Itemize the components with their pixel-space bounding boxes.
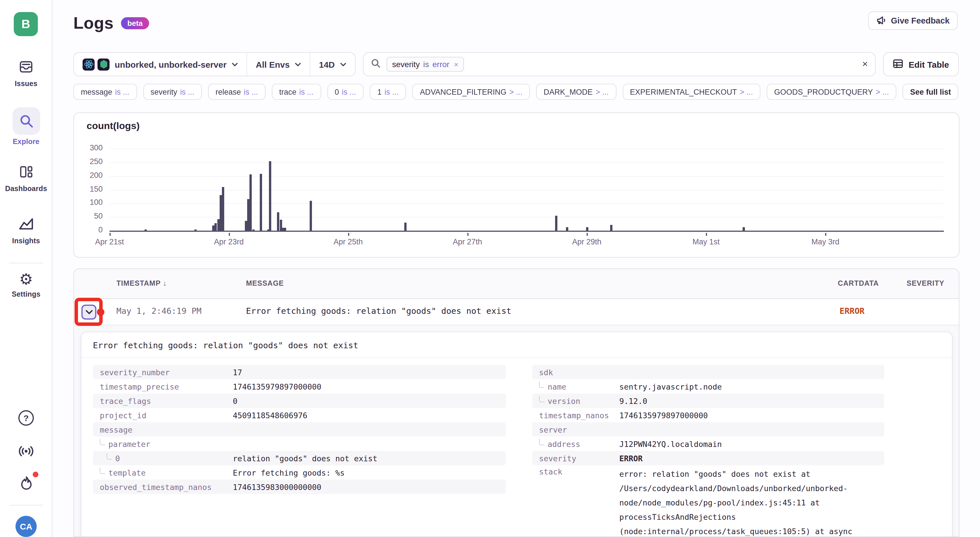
org-logo-letter: B <box>22 17 30 31</box>
detail-key-label: observed_timestamp_nanos <box>100 482 212 491</box>
detail-key: 0 <box>100 454 233 463</box>
tree-connector-icon <box>107 453 112 459</box>
filter-chip[interactable]: severityis ... <box>143 84 202 100</box>
date-range-selector[interactable]: 14D <box>310 53 355 76</box>
chart-y-tick-label: 100 <box>74 198 103 207</box>
detail-row: server <box>532 422 884 437</box>
detail-row: observed_timestamp_nanos1746135983000000… <box>93 480 506 494</box>
detail-key-label: template <box>108 468 146 477</box>
chart-x-tick <box>826 233 827 236</box>
column-header-severity[interactable]: SEVERITY <box>907 279 945 287</box>
filter-chip[interactable]: ADVANCED_FILTERING> ... <box>412 84 530 100</box>
user-avatar[interactable]: CA <box>16 516 37 537</box>
sidebar: B Issues Explore Dashboards <box>0 0 52 537</box>
sidebar-item-dashboards[interactable]: Dashboards <box>0 164 52 193</box>
sidebar-item-explore[interactable]: Explore <box>0 107 52 146</box>
filter-chip[interactable]: 0is ... <box>327 84 364 100</box>
org-logo[interactable]: B <box>14 12 38 36</box>
expand-row-button[interactable] <box>81 304 96 320</box>
detail-row: version9.12.0 <box>532 394 884 408</box>
help-icon: ? <box>18 410 34 426</box>
detail-key-label: address <box>547 439 580 448</box>
filter-chip[interactable]: 1is ... <box>370 84 406 100</box>
logs-table: TIMESTAMP ↓ MESSAGE CARTDATA SEVERITY Ma… <box>73 269 959 537</box>
detail-value: error: relation "goods" does not exist a… <box>619 465 853 537</box>
filter-chip-operator: is ... <box>180 88 194 96</box>
chart-x-tick <box>587 233 588 236</box>
sort-desc-icon: ↓ <box>163 279 167 287</box>
detail-value: 0 <box>233 396 237 405</box>
token-value: error <box>433 60 449 69</box>
give-feedback-button[interactable]: Give Feedback <box>868 11 958 30</box>
tree-connector-icon <box>539 396 544 402</box>
sidebar-whats-new-button[interactable] <box>0 475 52 494</box>
detail-fields-left: severity_number17timestamp_precise174613… <box>93 365 506 494</box>
detail-key-label: sdk <box>539 368 553 377</box>
search-input[interactable]: severity is error × × <box>363 52 876 76</box>
chart-bar <box>247 199 250 231</box>
column-header-timestamp[interactable]: TIMESTAMP ↓ <box>116 279 167 287</box>
detail-key-label: project_id <box>100 411 146 420</box>
detail-key: template <box>100 468 233 477</box>
project-selector[interactable]: unborked, unborked-server <box>74 53 247 76</box>
detail-value: sentry.javascript.node <box>619 382 722 391</box>
edit-table-button[interactable]: Edit Table <box>883 52 959 76</box>
chart-bar <box>586 227 589 231</box>
column-header-message[interactable]: MESSAGE <box>246 279 284 287</box>
chart-y-tick-label: 300 <box>74 143 103 152</box>
detail-value: 1746135979897000000 <box>233 382 321 391</box>
chart-x-tick-label: May 1st <box>692 237 720 246</box>
detail-row: templateError fetching goods: %s <box>93 465 506 480</box>
filter-chip-operator: > ... <box>740 88 753 96</box>
filter-chip[interactable]: messageis ... <box>73 84 137 100</box>
chart-bar <box>212 226 215 231</box>
chevron-down-icon <box>340 62 346 66</box>
filter-chip[interactable]: releaseis ... <box>208 84 266 100</box>
sidebar-divider <box>9 263 43 263</box>
sidebar-item-settings[interactable]: ⚙ Settings <box>0 271 52 298</box>
detail-key-label: timestamp_nanos <box>539 411 609 420</box>
project-selector-value: unborked, unborked-server <box>115 59 226 69</box>
tree-connector-icon <box>100 439 105 445</box>
search-clear-icon[interactable]: × <box>862 59 868 70</box>
detail-key: trace_flags <box>100 396 233 405</box>
filter-chip-name: severity <box>151 88 177 96</box>
detail-key: timestamp_nanos <box>539 411 619 420</box>
chart-bar <box>404 222 406 231</box>
chart-x-tick-label: Apr 25th <box>334 237 363 246</box>
chart-bar <box>222 187 224 231</box>
detail-value: 1746135983000000000 <box>233 482 321 491</box>
detail-row: namesentry.javascript.node <box>532 379 884 394</box>
see-full-list-button[interactable]: See full list <box>903 84 958 100</box>
log-row[interactable]: May 1, 2:46:19 PM Error fetching goods: … <box>74 299 959 325</box>
detail-value: 17 <box>233 368 242 377</box>
filter-chip[interactable]: traceis ... <box>272 84 321 100</box>
filter-chip-name: message <box>81 88 112 96</box>
sidebar-help-button[interactable]: ? <box>0 410 52 426</box>
sidebar-broadcast-button[interactable] <box>0 443 52 461</box>
filter-chip[interactable]: DARK_MODE> ... <box>536 84 616 100</box>
detail-key-label: parameter <box>108 439 150 448</box>
filter-chip-name: DARK_MODE <box>544 88 593 96</box>
detail-row: timestamp_nanos1746135979897000000 <box>532 408 884 422</box>
filter-chip-operator: > ... <box>876 88 889 96</box>
filter-chip[interactable]: GOODS_PRODUCTQUERY> ... <box>767 84 896 100</box>
detail-value: 4509118548606976 <box>233 411 307 420</box>
search-filter-token[interactable]: severity is error × <box>387 57 464 72</box>
page-title: Logs <box>73 14 113 33</box>
sidebar-item-insights[interactable]: Insights <box>0 216 52 245</box>
detail-value: ERROR <box>619 454 643 463</box>
environment-selector[interactable]: All Envs <box>247 53 310 76</box>
log-severity: ERROR <box>840 306 864 316</box>
log-detail-card: Error fetching goods: relation "goods" d… <box>81 331 953 537</box>
detail-key-label: version <box>547 396 580 405</box>
chevron-down-icon <box>85 310 92 314</box>
chart-y-tick-label: 50 <box>74 212 103 220</box>
token-remove-icon[interactable]: × <box>454 60 458 69</box>
sidebar-item-issues[interactable]: Issues <box>0 59 52 88</box>
detail-row: timestamp_precise1746135979897000000 <box>93 379 506 394</box>
chart-bar <box>610 225 612 231</box>
filter-chips-row: messageis ...severityis ...releaseis ...… <box>73 84 980 100</box>
filter-chip[interactable]: EXPERIMENTAL_CHECKOUT> ... <box>622 84 760 100</box>
column-header-cartdata[interactable]: CARTDATA <box>838 279 879 287</box>
